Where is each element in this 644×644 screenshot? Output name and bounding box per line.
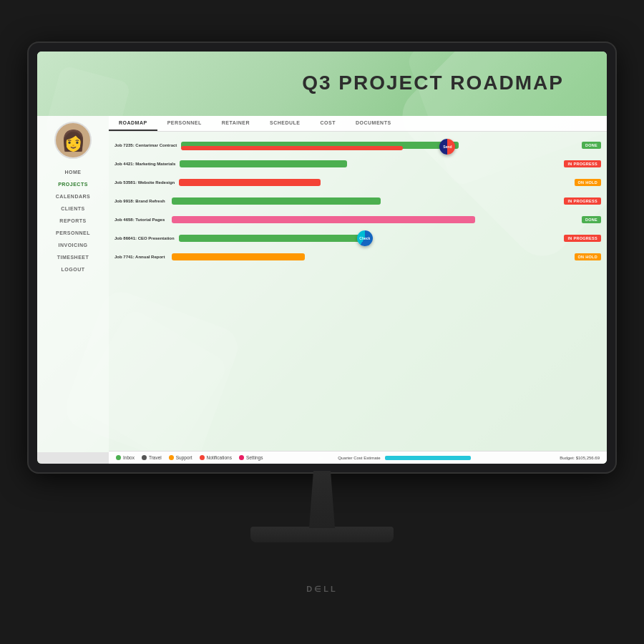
inbox-dot — [116, 455, 121, 460]
bar-green — [180, 160, 346, 167]
row-label: Job 4421: Marketing Materials — [114, 162, 180, 166]
table-row: Job 86641: CEO Presentation Check IN PRO… — [114, 230, 601, 246]
travel-label: Travel — [149, 455, 162, 460]
tab-cost[interactable]: COST — [311, 116, 346, 131]
status-badge: DONE — [582, 142, 601, 149]
bar-area — [180, 159, 551, 169]
sidebar-item-invoicing[interactable]: INVOICING — [37, 239, 109, 251]
row-status: ON HOLD — [551, 253, 601, 260]
support-label: Support — [176, 455, 192, 460]
status-badge: ON HOLD — [575, 179, 601, 186]
status-badge: DONE — [582, 216, 601, 223]
status-badge: ON HOLD — [575, 253, 601, 260]
row-status: DONE — [551, 142, 601, 149]
settings-dot — [239, 455, 244, 460]
tab-roadmap[interactable]: ROADMAP — [109, 116, 157, 131]
table-row: Job 4421: Marketing Materials IN PROGRES… — [114, 156, 601, 172]
footer-notifications: Notifications — [200, 455, 232, 460]
tab-schedule[interactable]: SCHEDULE — [260, 116, 311, 131]
footer-travel: Travel — [142, 455, 162, 460]
avatar-icon: 👩 — [61, 129, 86, 152]
bar-red — [181, 146, 403, 150]
bar-area: Send — [181, 140, 551, 150]
bar-area: Check — [179, 233, 551, 243]
tab-documents[interactable]: DOCUMENTS — [346, 116, 401, 131]
sidebar-item-logout[interactable]: LOGOUT — [37, 263, 109, 275]
status-badge: IN PROGRESS — [564, 235, 601, 242]
bar-orange — [172, 253, 305, 260]
row-label: Job 7235: Centarimar Contract — [114, 143, 181, 147]
check-marker: Check — [357, 230, 373, 246]
notifications-dot — [200, 455, 205, 460]
sidebar-item-home[interactable]: HOME — [37, 166, 109, 178]
support-dot — [169, 455, 174, 460]
title-area: Q3 PROJECT ROADMAP — [302, 72, 564, 94]
sidebar-item-reports[interactable]: REPORTS — [37, 215, 109, 227]
status-badge: IN PROGRESS — [564, 197, 601, 205]
monitor-body: Q3 PROJECT ROADMAP 👩 HOME PROJECTS CALEN… — [29, 43, 615, 472]
inbox-label: Inbox — [123, 455, 135, 460]
content-area: 👩 HOME PROJECTS CALENDARS CLIENTS REPORT… — [37, 116, 607, 464]
table-row: Job 7741: Annual Report ON HOLD — [114, 249, 601, 265]
bar-green — [179, 235, 365, 242]
sidebar-item-personnel[interactable]: PERSONNEL — [37, 227, 109, 239]
settings-label: Settings — [246, 455, 263, 460]
bar-area — [172, 196, 551, 206]
row-status: DONE — [551, 216, 601, 223]
estimate-label: Quarter Cost Estimate — [338, 456, 380, 460]
status-badge: IN PROGRESS — [564, 160, 601, 167]
send-label: Send — [443, 145, 452, 149]
budget-label: Budget: $105,256.69 — [560, 456, 600, 460]
notifications-label: Notifications — [207, 455, 232, 460]
table-row: Job 7235: Centarimar Contract Send D — [114, 137, 601, 153]
row-label: Job 53581: Website Redesign — [114, 180, 179, 185]
sidebar-item-clients[interactable]: CLIENTS — [37, 203, 109, 215]
tabs-bar: ROADMAP PERSONNEL RETAINER SCHEDULE COST… — [109, 116, 607, 132]
sidebar: 👩 HOME PROJECTS CALENDARS CLIENTS REPORT… — [37, 116, 109, 464]
footer-inbox: Inbox — [116, 455, 135, 460]
tab-retainer[interactable]: RETAINER — [212, 116, 260, 131]
footer-right: Budget: $105,256.69 — [560, 456, 600, 460]
footer-settings: Settings — [239, 455, 263, 460]
table-row: Job 53581: Website Redesign ON HOLD — [114, 175, 601, 190]
check-label: Check — [359, 236, 370, 240]
footer-bar: Inbox Travel Support — [109, 451, 607, 464]
row-label: Job 4658: Tutorial Pages — [114, 218, 172, 222]
monitor-base — [250, 527, 394, 542]
bar-area — [172, 215, 551, 225]
monitor-stand — [301, 471, 343, 528]
sidebar-item-calendars[interactable]: CALENDARS — [37, 190, 109, 203]
monitor-wrapper: Q3 PROJECT ROADMAP 👩 HOME PROJECTS CALEN… — [29, 43, 615, 601]
row-label: Job 7741: Annual Report — [114, 255, 172, 259]
bar-red — [179, 179, 320, 186]
row-status: ON HOLD — [551, 179, 601, 186]
bar-area — [179, 177, 551, 187]
bar-area — [172, 252, 551, 262]
table-row: Job 9918: Brand Refresh IN PROGRESS — [114, 193, 601, 209]
table-row: Job 4658: Tutorial Pages DONE — [114, 212, 601, 228]
dell-logo: D∈LL — [306, 585, 337, 594]
avatar: 👩 — [54, 122, 92, 159]
footer-left: Inbox Travel Support — [116, 455, 338, 460]
roadmap-content: Job 7235: Centarimar Contract Send D — [109, 132, 607, 451]
row-label: Job 86641: CEO Presentation — [114, 236, 179, 240]
travel-dot — [142, 455, 147, 460]
row-status: IN PROGRESS — [551, 197, 601, 205]
bar-green — [172, 197, 381, 205]
tab-personnel[interactable]: PERSONNEL — [157, 116, 212, 131]
footer-support: Support — [169, 455, 192, 460]
sidebar-item-projects[interactable]: PROJECTS — [37, 178, 109, 190]
row-label: Job 9918: Brand Refresh — [114, 199, 172, 203]
screen: Q3 PROJECT ROADMAP 👩 HOME PROJECTS CALEN… — [37, 52, 607, 464]
send-marker: Send — [439, 139, 455, 155]
footer-center: Quarter Cost Estimate — [338, 456, 560, 460]
sidebar-item-timesheet[interactable]: TIMESHEET — [37, 251, 109, 263]
row-status: IN PROGRESS — [551, 235, 601, 242]
estimate-bar — [385, 456, 471, 460]
main-title: Q3 PROJECT ROADMAP — [302, 72, 564, 94]
bar-pink — [172, 216, 475, 223]
row-status: IN PROGRESS — [551, 160, 601, 167]
main-panel: ROADMAP PERSONNEL RETAINER SCHEDULE COST… — [109, 116, 607, 464]
